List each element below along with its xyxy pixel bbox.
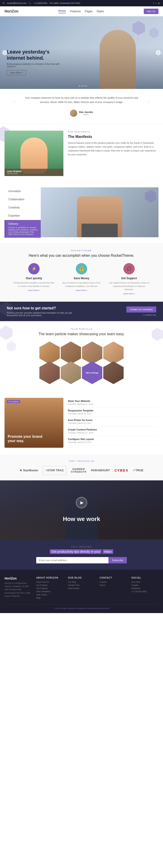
rockettheme-label: ROCKETTHEME — [4, 249, 159, 252]
testimonial-info: Dan Jacobs Writer — [79, 111, 93, 116]
nav-item-features[interactable]: Features — [70, 10, 81, 13]
team-member-1 — [39, 342, 60, 364]
features-image-bg — [41, 187, 159, 237]
team-member-4 — [103, 342, 124, 364]
cta-title: Not sure how to get started? — [7, 306, 75, 310]
footer-link-forum[interactable]: Forum — [99, 584, 127, 586]
slider-arrow-left[interactable]: ‹ — [2, 50, 7, 55]
googleplus-icon[interactable]: g+ — [158, 2, 160, 4]
rockettheme-link[interactable]: RocketTheme — [98, 608, 109, 610]
hero-cta-button[interactable]: Learn More » — [7, 70, 26, 75]
blog-post-4-title[interactable]: Create Content Particles — [68, 428, 159, 431]
nav-item-home[interactable]: Home — [58, 9, 66, 13]
logo-true-text: ✓TRUE — [133, 469, 143, 472]
logo-starmaster-text: ★ StarMaster — [19, 469, 38, 472]
tab-delivery[interactable]: Delivery Horizon is available on several… — [4, 220, 41, 238]
get-support-icon: 🎧 — [123, 263, 135, 274]
footer-social-col: Social Live Chat Google+ Facebook +1 720… — [131, 577, 159, 600]
member-6-photo — [61, 362, 81, 384]
video-content: ▶ How we work — [63, 497, 100, 523]
facebook-icon[interactable]: f — [153, 2, 154, 4]
video-title: How we work — [63, 516, 100, 523]
rt-col-start: ⚡ Start quickly RocketLauncher provides … — [13, 263, 54, 294]
manifests-label: THE MANIFESTS — [68, 131, 159, 133]
video-play-button[interactable]: ▶ — [76, 497, 87, 508]
manifests-title: The Manifests — [68, 135, 159, 139]
save-money-title: Save Money — [61, 277, 102, 280]
footer-link-contact[interactable]: Contact — [99, 581, 127, 583]
blog-section: From particle Promote your brand your wa… — [0, 391, 163, 455]
nav-item-pages[interactable]: Pages — [85, 10, 92, 13]
footer-link-live-chat[interactable]: Live Chat — [131, 581, 159, 583]
blog-post-1-date: Tuesday, February 21, 2018 — [68, 403, 159, 405]
testimonial-arrow-right[interactable]: › — [148, 99, 150, 104]
testimonial-text: Your company deserves to have its story … — [25, 96, 138, 104]
footer-link-our-projects[interactable]: Our Projects — [36, 584, 64, 586]
team-hex-right — [152, 328, 163, 341]
newsletter-email-input[interactable] — [36, 557, 109, 563]
tab-creativity-label: Creativity — [8, 206, 20, 209]
footer-link-blog[interactable]: Blog — [36, 597, 64, 599]
footer-link-team-members[interactable]: Team Members — [36, 590, 64, 593]
blog-post-1-title[interactable]: Style Your Website — [68, 400, 159, 402]
cta-actions: Contact our consultant +1 (34)678 901 — [126, 306, 156, 316]
footer-link-city-projects[interactable]: City Projects — [36, 587, 64, 589]
footer-link-googleplus[interactable]: Google+ — [131, 584, 159, 586]
blog-post-5-title[interactable]: Configure Site Layout — [68, 438, 159, 440]
tab-innovation[interactable]: Innovation — [4, 187, 41, 195]
hero-title: Leave yesterday's internet behind. — [7, 49, 61, 61]
newsletter-subscribe-button[interactable]: Subscribe — [109, 557, 127, 563]
blog-post-2-title[interactable]: Responsive Template — [68, 409, 159, 412]
footer-link-news-studio[interactable]: News Studio — [68, 587, 95, 589]
save-money-text: Buy one theme is equivalent to tens of o… — [61, 281, 102, 288]
hire-us-button[interactable]: Hire Us — [144, 9, 159, 14]
rockettheme-section: ROCKETTHEME Here's what you can accompli… — [0, 243, 163, 302]
footer-link-help[interactable]: Help Center — [36, 594, 64, 596]
footer-contact-links: Contact Forum — [99, 581, 127, 586]
footer-link-our-blog[interactable]: Our Blog — [68, 581, 95, 583]
team-section: TEAM PARTICLE The team particle makes sh… — [0, 321, 163, 391]
slider-dot-5[interactable] — [85, 85, 87, 87]
slider-dot-3[interactable] — [81, 85, 82, 87]
testimonial-arrow-left[interactable]: ‹ — [13, 99, 15, 104]
blog-image-tag: From particle — [7, 400, 20, 403]
logo-startrac: ⋆STAR TRAC — [43, 466, 66, 475]
testimonial-name: Dan Jacobs — [79, 111, 93, 114]
blog-post-3-title[interactable]: Icon Picker for Icons — [68, 419, 159, 422]
save-money-icon: 💰 — [76, 263, 87, 274]
trusted-logos: ★ StarMaster ⋆STAR TRAC HAMMERSTRENGTH P… — [7, 466, 156, 475]
features-tabs: Innovation Collaboration Creativity Expe… — [4, 187, 41, 238]
logo-cybex-text: CYBEX — [114, 468, 128, 472]
footer-link-sample-post[interactable]: Sample Post — [68, 584, 95, 586]
logo-startrac-text: ⋆STAR TRAC — [45, 469, 64, 472]
slider-dot-2[interactable] — [79, 85, 80, 87]
slider-dot-1[interactable] — [76, 85, 78, 87]
start-quickly-learn[interactable]: Learn More » — [13, 289, 54, 291]
team-member-6 — [61, 362, 81, 384]
cta-subtitle: RocketLauncher provides detailed documen… — [7, 312, 75, 317]
blog-post-3-date: Thursday, March 02, 2017 — [68, 422, 159, 424]
footer-link-facebook[interactable]: Facebook — [131, 587, 159, 589]
cta-contact-button[interactable]: Contact our consultant — [126, 306, 156, 313]
phone-icon: 📞 — [29, 2, 31, 4]
header-social: f t g+ — [153, 2, 160, 4]
footer: HoriZon HoriZon is a Responsive Gantry 5… — [0, 570, 163, 613]
tab-collaboration[interactable]: Collaboration — [4, 195, 41, 203]
tab-creativity[interactable]: Creativity — [4, 204, 41, 211]
footer-about-heading: About Horizon — [36, 577, 64, 579]
nav-item-styles[interactable]: Styles — [96, 10, 104, 13]
save-money-learn[interactable]: Learn More » — [61, 289, 102, 291]
footer-link-about-horizon[interactable]: About Horizon — [36, 581, 64, 583]
slider-arrow-right[interactable]: › — [156, 50, 161, 55]
cta-content: Not sure how to get started? RocketLaunc… — [7, 306, 75, 317]
footer-contact-heading: Contact — [99, 577, 127, 579]
get-support-learn[interactable]: Learn More » — [109, 292, 150, 295]
tab-expertise-label: Expertise — [8, 214, 20, 217]
team-hiring[interactable]: We're Hiring! — [82, 362, 102, 384]
logo-cybex: CYBEX — [114, 466, 128, 475]
slider-dot-4[interactable] — [83, 85, 84, 87]
tab-expertise[interactable]: Expertise — [4, 212, 41, 220]
video-person-1 — [0, 494, 65, 539]
twitter-icon[interactable]: t — [156, 2, 156, 4]
testimonial-role: Writer — [79, 114, 93, 116]
